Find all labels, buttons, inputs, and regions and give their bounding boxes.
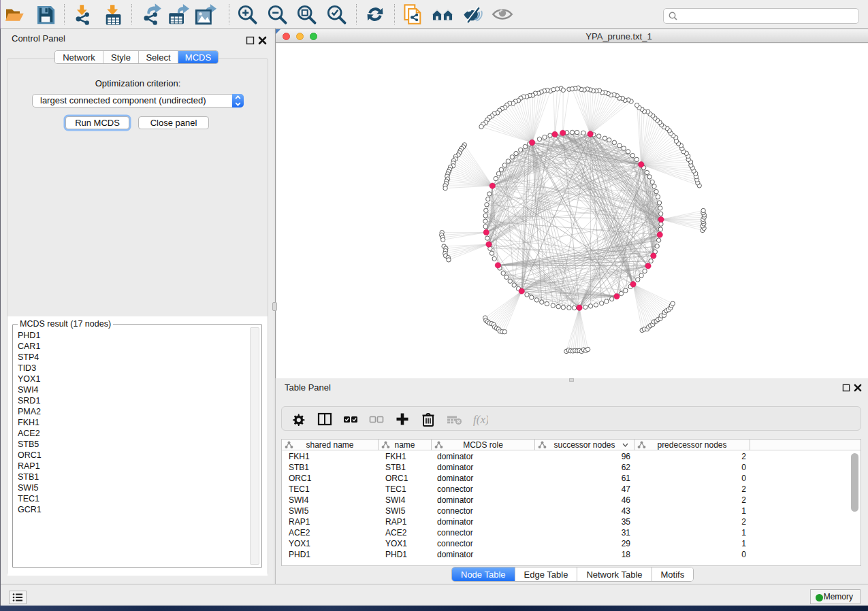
svg-text:f(x): f(x) <box>473 413 488 426</box>
